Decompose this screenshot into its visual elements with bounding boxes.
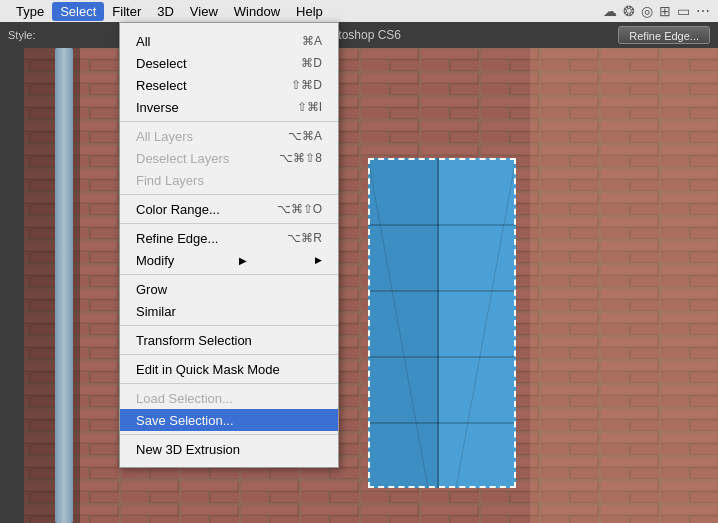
menu-item-find-layers: Find Layers: [120, 169, 338, 191]
menu-section-1: All ⌘A Deselect ⌘D Reselect ⇧⌘D Inverse …: [120, 27, 338, 122]
menu-item-load-selection: Load Selection...: [120, 387, 338, 409]
brick-background: [0, 48, 718, 523]
menu-section-5: Grow Similar: [120, 275, 338, 326]
svg-line-10: [456, 158, 516, 488]
menu-item-deselect[interactable]: Deselect ⌘D: [120, 52, 338, 74]
menu-item-transform-selection[interactable]: Transform Selection: [120, 329, 338, 351]
submenu-arrow: ▶: [239, 255, 247, 266]
menu-item-reselect[interactable]: Reselect ⇧⌘D: [120, 74, 338, 96]
mac-icon-2: ❂: [623, 3, 635, 19]
menu-section-3: Color Range... ⌥⌘⇧O: [120, 195, 338, 224]
menu-3d[interactable]: 3D: [149, 2, 182, 21]
menu-item-modify[interactable]: Modify ▶: [120, 249, 338, 271]
menu-section-6: Transform Selection: [120, 326, 338, 355]
menu-item-grow[interactable]: Grow: [120, 278, 338, 300]
menu-item-all-layers: All Layers ⌥⌘A: [120, 125, 338, 147]
menu-section-9: New 3D Extrusion: [120, 435, 338, 463]
menu-section-8: Load Selection... Save Selection...: [120, 384, 338, 435]
menu-item-deselect-layers: Deselect Layers ⌥⌘⇧8: [120, 147, 338, 169]
menu-view[interactable]: View: [182, 2, 226, 21]
svg-line-9: [368, 158, 428, 488]
menu-type[interactable]: Type: [8, 2, 52, 21]
mac-icon-4: ⊞: [659, 3, 671, 19]
menu-help[interactable]: Help: [288, 2, 331, 21]
menu-item-save-selection[interactable]: Save Selection...: [120, 409, 338, 431]
menu-filter[interactable]: Filter: [104, 2, 149, 21]
menu-item-quick-mask[interactable]: Edit in Quick Mask Mode: [120, 358, 338, 380]
tools-strip: [0, 48, 24, 523]
menu-item-3d-extrusion[interactable]: New 3D Extrusion: [120, 438, 338, 460]
menu-item-refine-edge[interactable]: Refine Edge... ⌥⌘R: [120, 227, 338, 249]
menu-item-all[interactable]: All ⌘A: [120, 30, 338, 52]
menu-section-2: All Layers ⌥⌘A Deselect Layers ⌥⌘⇧8 Find…: [120, 122, 338, 195]
menu-bar: Type Select Filter 3D View Window Help ☁…: [0, 0, 718, 22]
mac-icon-3: ◎: [641, 3, 653, 19]
menu-section-4: Refine Edge... ⌥⌘R Modify ▶: [120, 224, 338, 275]
mac-icon-5: ▭: [677, 3, 690, 19]
menu-section-7: Edit in Quick Mask Mode: [120, 355, 338, 384]
mac-icon-1: ☁: [603, 3, 617, 19]
menu-item-similar[interactable]: Similar: [120, 300, 338, 322]
mac-icon-6: ⋯: [696, 3, 710, 19]
menu-item-inverse[interactable]: Inverse ⇧⌘I: [120, 96, 338, 118]
style-label: Style:: [8, 29, 36, 41]
refine-edge-button[interactable]: Refine Edge...: [618, 26, 710, 44]
menu-window[interactable]: Window: [226, 2, 288, 21]
canvas-area: [0, 48, 718, 523]
menu-select[interactable]: Select: [52, 2, 104, 21]
menu-item-color-range[interactable]: Color Range... ⌥⌘⇧O: [120, 198, 338, 220]
svg-rect-8: [530, 48, 718, 523]
toolbar-strip: Style: Photoshop CS6 ht: Refine Edge...: [0, 22, 718, 48]
select-dropdown-menu: All ⌘A Deselect ⌘D Reselect ⇧⌘D Inverse …: [119, 22, 339, 468]
